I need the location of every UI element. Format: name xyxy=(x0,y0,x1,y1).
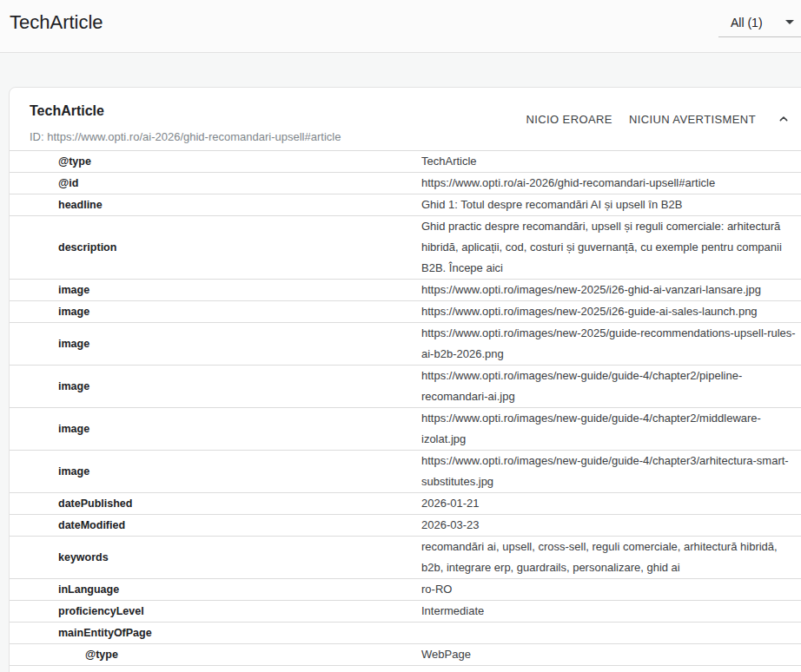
property-key: datePublished xyxy=(10,493,421,514)
property-value: https://www.opti.ro/images/new-2025/i26-… xyxy=(421,301,798,322)
property-key: image xyxy=(10,333,421,354)
property-value: 2026-03-23 xyxy=(421,515,798,536)
table-row[interactable]: imagehttps://www.opti.ro/images/new-2025… xyxy=(10,279,801,300)
property-value: TechArticle xyxy=(421,151,798,172)
property-value: ro-RO xyxy=(421,579,798,600)
validation-badges: NICIO EROARE NICIUN AVERTISMENT xyxy=(526,111,791,127)
property-key: @type xyxy=(10,151,421,172)
property-value: recomandări ai, upsell, cross-sell, regu… xyxy=(421,537,798,578)
table-row[interactable]: headlineGhid 1: Totul despre recomandări… xyxy=(10,194,801,215)
property-value: Ghid practic despre recomandări, upsell … xyxy=(421,216,798,279)
property-key: @id xyxy=(10,173,421,194)
table-row[interactable]: mainEntityOfPage xyxy=(10,622,801,643)
property-key: image xyxy=(10,280,421,300)
result-filter-dropdown[interactable]: All (1) xyxy=(718,8,801,37)
property-key: image xyxy=(10,461,421,482)
table-row[interactable]: @typeWebPage xyxy=(10,643,801,665)
property-key: @id xyxy=(10,666,421,672)
chevron-up-icon xyxy=(777,112,791,126)
table-row[interactable]: imagehttps://www.opti.ro/images/new-2025… xyxy=(10,300,801,322)
property-key: mainEntityOfPage xyxy=(10,623,421,643)
entity-result-card: TechArticle NICIO EROARE NICIUN AVERTISM… xyxy=(9,87,801,672)
table-row[interactable]: datePublished2026-01-21 xyxy=(10,492,801,514)
property-key: @type xyxy=(10,644,421,665)
property-key: image xyxy=(10,376,421,397)
properties-table: @typeTechArticle@idhttps://www.opti.ro/a… xyxy=(10,150,801,672)
property-key: proficiencyLevel xyxy=(10,601,421,622)
table-row[interactable]: @idhttps://www.opti.ro/ai-2026/ghid-reco… xyxy=(10,665,801,672)
property-key: keywords xyxy=(10,547,421,568)
filter-selected-value: All (1) xyxy=(718,16,763,30)
no-warnings-badge[interactable]: NICIUN AVERTISMENT xyxy=(629,113,756,126)
collapse-card-button[interactable] xyxy=(776,111,791,127)
table-row[interactable]: imagehttps://www.opti.ro/images/new-guid… xyxy=(10,407,801,450)
table-row[interactable]: inLanguagero-RO xyxy=(10,578,801,600)
entity-card-header: TechArticle NICIO EROARE NICIUN AVERTISM… xyxy=(10,88,801,150)
top-bar: TechArticle All (1) xyxy=(0,0,801,53)
table-row[interactable]: imagehttps://www.opti.ro/images/new-guid… xyxy=(10,365,801,407)
no-errors-badge[interactable]: NICIO EROARE xyxy=(526,113,612,126)
table-row[interactable]: proficiencyLevelIntermediate xyxy=(10,600,801,622)
property-key: image xyxy=(10,418,421,439)
entity-id-line: ID: https://www.opti.ro/ai-2026/ghid-rec… xyxy=(30,130,341,143)
table-row[interactable]: dateModified2026-03-23 xyxy=(10,514,801,536)
property-value: https://www.opti.ro/images/new-guide/gui… xyxy=(421,451,798,492)
table-row[interactable]: @typeTechArticle xyxy=(10,150,801,172)
table-row[interactable]: @idhttps://www.opti.ro/ai-2026/ghid-reco… xyxy=(10,172,801,194)
property-value: Intermediate xyxy=(421,601,798,622)
property-value: https://www.opti.ro/images/new-guide/gui… xyxy=(421,366,798,407)
table-row[interactable]: imagehttps://www.opti.ro/images/new-guid… xyxy=(10,450,801,492)
entity-type-title: TechArticle xyxy=(30,103,104,119)
property-value: 2026-01-21 xyxy=(421,493,798,514)
property-value: https://www.opti.ro/images/new-2025/guid… xyxy=(421,323,798,365)
table-row[interactable]: keywordsrecomandări ai, upsell, cross-se… xyxy=(10,536,801,578)
table-row[interactable]: descriptionGhid practic despre recomandă… xyxy=(10,215,801,279)
property-key: description xyxy=(10,237,421,258)
property-value: https://www.opti.ro/images/new-2025/i26-… xyxy=(421,280,798,300)
table-row[interactable]: imagehttps://www.opti.ro/images/new-2025… xyxy=(10,322,801,365)
property-value: https://www.opti.ro/ai-2026/ghid-recoman… xyxy=(421,173,798,194)
property-key: dateModified xyxy=(10,515,421,536)
property-value: https://www.opti.ro/images/new-guide/gui… xyxy=(421,408,798,450)
property-value: WebPage xyxy=(421,644,798,665)
property-key: image xyxy=(10,301,421,322)
property-key: headline xyxy=(10,194,421,215)
property-value: Ghid 1: Totul despre recomandări AI și u… xyxy=(421,194,798,215)
caret-down-icon xyxy=(785,20,794,24)
property-value: https://www.opti.ro/ai-2026/ghid-recoman… xyxy=(421,666,798,672)
property-key: inLanguage xyxy=(10,579,421,600)
page-title: TechArticle xyxy=(10,11,103,34)
